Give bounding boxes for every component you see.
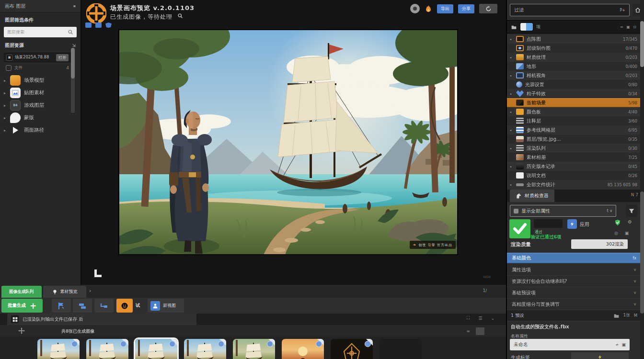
panel-toggle-button[interactable] <box>476 327 484 335</box>
generated-thumbnail-4[interactable] <box>184 339 226 359</box>
outliner-row-14[interactable]: 素材相册7/25 <box>507 153 641 162</box>
sidebar-scrollbar[interactable] <box>71 48 75 113</box>
share-button[interactable]: 分享 <box>458 4 474 13</box>
lines-grey-icon <box>516 145 524 151</box>
chevron-down-icon[interactable]: ∨ <box>633 279 636 283</box>
tree-expand-arrow[interactable]: ▸ <box>3 116 7 120</box>
shield-ok-icon[interactable] <box>614 219 621 226</box>
outliner-search-input[interactable]: 过滤 P+ <box>510 4 630 16</box>
outliner-row-7[interactable]: ◂粒子特效0/34 <box>507 89 641 98</box>
outliner-row-13[interactable]: ◂渲染队列0/30 <box>507 144 641 153</box>
collapse-icon[interactable]: ▪ <box>73 4 76 8</box>
tab-overflow-arrow[interactable]: › <box>89 288 91 294</box>
window-icon[interactable]: ▣ <box>621 342 626 347</box>
selected-property-row[interactable]: 基础颜色 fx <box>507 253 641 263</box>
move-cross-icon[interactable] <box>18 327 25 334</box>
tree-item-4[interactable]: ▸蒙版 <box>0 112 80 124</box>
expand-icon[interactable]: ⛶ <box>467 315 470 321</box>
tag-input[interactable] <box>571 352 629 359</box>
project-row[interactable]: ▣ 场景2025A.78.88 打开 <box>4 53 71 62</box>
outliner-row-3[interactable]: ◂材质纹理0/203 <box>507 53 641 62</box>
name-input[interactable]: 未命名 ≁▣ <box>510 339 630 350</box>
outliner-row-4[interactable]: 地形0/400 <box>507 62 641 71</box>
property-row-3[interactable]: 基础预设项∨ <box>507 287 641 299</box>
wave-icon[interactable]: ≈ <box>466 329 470 334</box>
tab-generation-queue[interactable]: 图像生成队列 <box>1 286 42 298</box>
chevron-down-icon[interactable]: ∨ <box>633 302 636 306</box>
outliner-row-1[interactable]: ◂点阵图17/345 <box>507 34 641 44</box>
outliner-row-12[interactable]: 图层/预览.jpg...0/35 <box>507 135 641 144</box>
generated-thumbnail-8[interactable] <box>380 339 422 359</box>
row-label: 当前场景 <box>527 100 625 106</box>
tree-expand-arrow[interactable]: ▸ <box>3 91 7 95</box>
property-row-2[interactable]: 资源没打包会自动继承吗?∨ <box>507 276 641 287</box>
flag-tool-button[interactable] <box>52 299 71 313</box>
title-search-icon[interactable] <box>177 13 183 19</box>
chevron-down-icon[interactable]: ∨ <box>633 268 636 272</box>
inspector-filter-dropdown[interactable]: 显示全部属性 t ∨ <box>510 205 616 217</box>
tree-item-3[interactable]: ▸84游戏图层 <box>0 99 80 112</box>
outliner-row-5[interactable]: ◂相机视角0/203 <box>507 71 641 80</box>
device-row[interactable]: 文件 4 <box>4 64 71 72</box>
generated-thumbnail-5[interactable] <box>233 339 275 359</box>
project-open-button[interactable]: 打开 <box>56 54 69 61</box>
outliner-row-11[interactable]: ◂参考线网格层6/95 <box>507 125 641 135</box>
generated-thumbnail-2[interactable] <box>86 339 128 359</box>
new-view-button[interactable]: 新视图 <box>148 299 184 313</box>
generated-thumbnail-6[interactable] <box>282 339 324 359</box>
sidebar-search-input[interactable]: 图层搜索 <box>4 27 77 37</box>
tree-expand-arrow[interactable]: ▸ <box>3 103 7 108</box>
apply-button[interactable] <box>567 219 577 229</box>
inspector-tab[interactable]: 材质检查器 <box>510 190 554 202</box>
move-tool-button[interactable] <box>94 299 114 313</box>
shield-icon[interactable] <box>105 22 112 28</box>
outliner-root-row[interactable]: 项 ≡ ▣ ⊡ <box>507 20 641 34</box>
layout-icon[interactable]: ☰ <box>478 316 482 321</box>
bottom-panel: 图像生成队列 素材预览 › 1/ 批量生成+ 试 新视图 已渲染队列输出文件已保… <box>0 285 506 359</box>
tree-item-5[interactable]: ▸画面路径 <box>0 124 80 136</box>
layers-icon[interactable] <box>95 22 102 28</box>
flame-icon[interactable] <box>425 4 432 13</box>
outliner-row-15[interactable]: ◂历史版本记录0/45 <box>507 162 641 171</box>
grid-icon[interactable] <box>85 22 92 28</box>
tree-expand-arrow[interactable]: ▸ <box>3 79 7 83</box>
gear-icon[interactable]: ⚙ <box>628 219 632 226</box>
generated-thumbnail-7[interactable] <box>331 339 373 359</box>
root-meta-icons[interactable]: ≡ ▣ ⊡ <box>620 25 637 29</box>
right-scrollbar[interactable] <box>640 0 644 359</box>
zoom-icon[interactable]: ◎ <box>614 231 618 236</box>
queue-file-tab[interactable]: 已渲染队列输出文件已保存 后 <box>7 314 196 325</box>
outliner-row-2[interactable]: 层级制作图0/470 <box>507 44 641 53</box>
curve-icon[interactable]: ≁ <box>615 342 619 347</box>
outliner-row-8[interactable]: 当前场景5/98 <box>507 98 641 107</box>
artwork-image[interactable]: ❧ 创世 引擎 官方出品 <box>119 30 458 255</box>
crop-corner-icon[interactable] <box>94 269 102 277</box>
export-button[interactable]: 导出 <box>437 4 453 13</box>
property-row-1[interactable]: 属性选项∨ <box>507 264 641 276</box>
outliner-row-17[interactable]: ◂全部文件统计85 135 605 98 <box>507 180 641 189</box>
refresh-button[interactable] <box>479 4 497 13</box>
outliner-row-6[interactable]: 光源设置0/80 <box>507 80 641 89</box>
outliner-row-16[interactable]: 说明文档0/26 <box>507 171 641 180</box>
layers-tool-button[interactable] <box>73 299 92 313</box>
generated-thumbnail-1[interactable] <box>37 339 80 359</box>
filter-funnel-button[interactable] <box>626 205 637 217</box>
chevron-down-icon[interactable]: ∨ <box>633 291 636 295</box>
property-row-4[interactable]: 高精度细分与置换调节∨ <box>507 299 641 310</box>
tree-item-2[interactable]: ▸贴图素材 <box>0 87 80 99</box>
batch-generate-button[interactable]: 批量生成+ <box>1 299 43 313</box>
outliner-row-10[interactable]: 注释层3/60 <box>507 116 641 125</box>
ai-tool-button[interactable] <box>116 299 133 313</box>
generated-thumbnail-3[interactable] <box>135 339 177 359</box>
record-icon[interactable] <box>410 4 420 13</box>
expand-corner-icon[interactable]: ⇲ <box>72 43 76 48</box>
folder-small-icon[interactable] <box>613 313 620 318</box>
copy-icon[interactable]: ▣ <box>625 231 629 236</box>
quality-input[interactable]: 302渲染 <box>571 239 628 249</box>
tab-asset-preview[interactable]: 素材预览 <box>43 286 86 298</box>
chevron-down-icon[interactable]: ⌄ <box>491 316 494 321</box>
row-marker-icon: ◂ <box>510 37 513 41</box>
outliner-row-9[interactable]: ◂颜色板4/40 <box>507 107 641 116</box>
tree-item-1[interactable]: ▸场景模型 <box>0 74 80 87</box>
tree-expand-arrow[interactable]: ▸ <box>3 128 7 133</box>
